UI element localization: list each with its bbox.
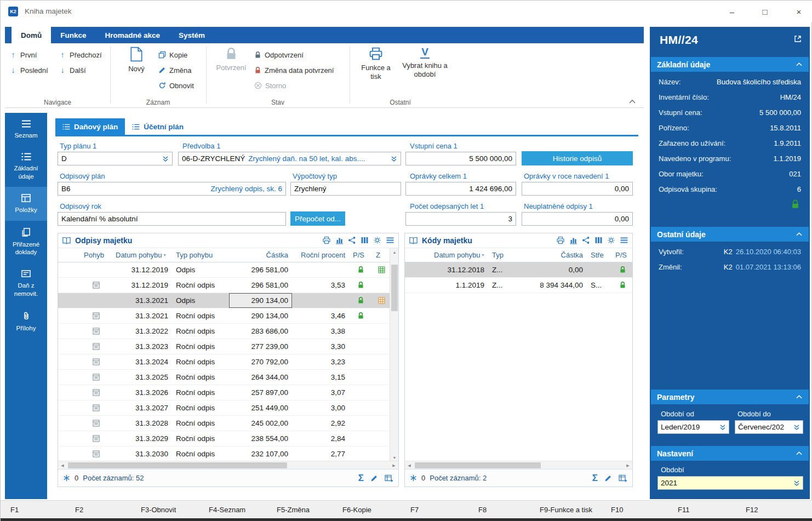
- table-row[interactable]: 31.3.2028 Roční odpis 245 002,00 2,92: [58, 416, 398, 431]
- table-row[interactable]: 31.3.2022 Roční odpis 283 686,00 3,38: [58, 324, 398, 339]
- minimize-button[interactable]: –: [719, 1, 745, 22]
- scroll-left-arrow[interactable]: ◀: [405, 461, 414, 470]
- combo-chevron-icon[interactable]: [719, 424, 726, 431]
- collapse-ribbon-icon[interactable]: [628, 99, 636, 104]
- fkey-f12[interactable]: F12: [746, 506, 758, 514]
- tab-danovy-plan[interactable]: Daňový plán: [55, 118, 125, 135]
- open-external-icon[interactable]: [793, 35, 802, 43]
- settings-gear-icon[interactable]: [373, 236, 381, 244]
- sidebar-item-prirazene-doklady[interactable]: Přiřazené doklady: [5, 221, 47, 263]
- combo-chevron-icon[interactable]: [391, 156, 397, 162]
- pencil-icon[interactable]: [604, 474, 612, 482]
- scrollbar-thumb[interactable]: [391, 265, 398, 311]
- table-row[interactable]: 31.3.2024 Roční odpis 270 792,00 3,23: [58, 354, 398, 370]
- close-button[interactable]: ×: [785, 1, 812, 22]
- fkey-f7[interactable]: F7: [410, 506, 419, 514]
- section-zakladni-udaje[interactable]: Základní údaje: [651, 57, 809, 72]
- col-z[interactable]: Z: [372, 248, 391, 262]
- fkey-f6-kopie[interactable]: F6-Kopie: [342, 506, 371, 514]
- columns-icon[interactable]: [361, 236, 369, 244]
- menu-icon[interactable]: [620, 237, 628, 244]
- filter-star-icon[interactable]: [63, 474, 70, 482]
- horizontal-scrollbar[interactable]: ◀ ▶: [58, 461, 398, 469]
- col-datum[interactable]: Datum pohybu▾: [112, 248, 172, 262]
- filter-star-icon[interactable]: [410, 474, 417, 482]
- scroll-right-arrow[interactable]: ▶: [624, 461, 632, 470]
- section-ostatni-udaje[interactable]: Ostatní údaje: [651, 227, 809, 242]
- col-datum[interactable]: Datum pohybu▾: [430, 248, 488, 262]
- first-record-button[interactable]: ↑První: [9, 49, 37, 61]
- table-row[interactable]: 31.3.2026 Roční odpis 257 897,00 3,07: [58, 385, 398, 400]
- change-confirm-date-button[interactable]: Změna data potvrzení: [254, 64, 334, 76]
- change-button[interactable]: Změna: [158, 64, 191, 76]
- combo-chevron-icon[interactable]: [793, 424, 800, 431]
- obdobi-input[interactable]: 2021: [657, 476, 803, 490]
- sidebar-item-zakladni-udaje[interactable]: Základní údaje: [5, 146, 47, 187]
- col-castka[interactable]: Částka: [510, 248, 587, 262]
- table-add-icon[interactable]: [619, 474, 627, 482]
- scroll-up-arrow[interactable]: ▲: [390, 248, 399, 256]
- chevron-up-icon[interactable]: [796, 451, 803, 456]
- tab-domu[interactable]: Domů: [12, 27, 51, 43]
- col-typ[interactable]: Typ pohybu: [172, 248, 229, 262]
- cell-castka-focused[interactable]: 290 134,00: [229, 293, 292, 308]
- vstupni-cena-input[interactable]: 5 500 000,00: [405, 152, 516, 165]
- odpisovy-rok-input[interactable]: Kalendářní % absolutní: [58, 212, 286, 226]
- previous-record-button[interactable]: ↑Předchozí: [59, 49, 102, 61]
- neuplatnene-input[interactable]: 0,00: [522, 212, 633, 226]
- select-book-period-button[interactable]: V Vybrat knihu a období: [402, 47, 448, 79]
- functions-print-button[interactable]: Funkce a tisk: [356, 47, 396, 82]
- odpisovy-plan-input[interactable]: B6 Zrychlený odpis, sk. 6: [58, 182, 286, 196]
- sidebar-item-dan-z-nemovitosti[interactable]: Daň z nemovit.: [5, 262, 47, 304]
- col-procent[interactable]: Roční procent: [292, 248, 349, 262]
- fkey-f10[interactable]: F10: [611, 506, 623, 514]
- vertical-scrollbar[interactable]: ▲ ▼: [390, 248, 398, 462]
- fkey-f3-obnovit[interactable]: F3-Obnovit: [141, 506, 176, 514]
- maximize-button[interactable]: □: [752, 1, 777, 22]
- tab-ucetni-plan[interactable]: Účetní plán: [125, 118, 191, 135]
- sum-icon[interactable]: Σ: [592, 473, 598, 483]
- table-row[interactable]: 31.3.2027 Roční odpis 251 449,00 3,00: [58, 400, 398, 416]
- scroll-right-arrow[interactable]: ▶: [390, 461, 398, 470]
- fkey-f8[interactable]: F8: [478, 506, 487, 514]
- fkey-f4-seznam[interactable]: F4-Seznam: [209, 506, 245, 514]
- col-castka[interactable]: Částka: [229, 248, 292, 262]
- combo-chevron-icon[interactable]: [162, 156, 169, 162]
- historie-odpisu-button[interactable]: Historie odpisů: [522, 151, 633, 165]
- typ-planu-input[interactable]: D: [58, 152, 173, 165]
- vypoctovy-typ-input[interactable]: Zrychlený: [290, 182, 401, 196]
- col-stredisko[interactable]: Stře: [587, 248, 611, 262]
- opravky-naved-input[interactable]: 0,00: [522, 182, 633, 196]
- section-nastaveni[interactable]: Nastavení: [651, 446, 809, 461]
- tab-funkce[interactable]: Funkce: [51, 27, 95, 43]
- table-row[interactable]: 31.3.2030 Roční odpis 232 107,00 2,77: [58, 446, 398, 461]
- horizontal-scrollbar[interactable]: ◀ ▶: [405, 461, 632, 469]
- col-typ[interactable]: Typ: [488, 248, 510, 262]
- fkey-f9-funkce-tisk[interactable]: F9-Funkce a tisk: [540, 506, 592, 514]
- fkey-f5-zmena[interactable]: F5-Změna: [277, 506, 310, 514]
- table-row[interactable]: 31.3.2023 Roční odpis 277 239,00 3,30: [58, 339, 398, 354]
- prepocet-button[interactable]: Přepočet od...: [290, 211, 345, 226]
- columns-icon[interactable]: [594, 236, 603, 244]
- unconfirm-button[interactable]: Odpotvrzení: [254, 49, 304, 61]
- tab-system[interactable]: Systém: [169, 27, 214, 43]
- table-add-icon[interactable]: [385, 474, 393, 482]
- table-row-selected[interactable]: 31.12.2018 Z... 0,00: [405, 262, 632, 278]
- copy-button[interactable]: Kopie: [158, 49, 187, 61]
- last-record-button[interactable]: ↓Poslední: [9, 64, 48, 76]
- fkey-f1[interactable]: F1: [10, 506, 19, 514]
- scrollbar-thumb[interactable]: [68, 462, 287, 468]
- scroll-left-arrow[interactable]: ◀: [58, 461, 67, 470]
- section-parametry[interactable]: Parametry: [651, 390, 809, 404]
- chart-icon[interactable]: [335, 236, 344, 244]
- sidebar-item-polozky[interactable]: Položky: [5, 187, 47, 220]
- refresh-button[interactable]: Obnovit: [158, 79, 194, 91]
- chart-icon[interactable]: [569, 236, 577, 244]
- pencil-icon[interactable]: [370, 474, 378, 482]
- obdobi-od-input[interactable]: Leden/2019: [657, 420, 729, 434]
- sidebar-item-prilohy[interactable]: Přílohy: [5, 304, 47, 339]
- obdobi-do-input[interactable]: Červenec/202: [735, 420, 803, 434]
- chevron-up-icon[interactable]: [796, 394, 803, 399]
- table-row[interactable]: 31.12.2019 Roční odpis 296 581,00 3,53: [58, 278, 398, 293]
- share-icon[interactable]: [582, 236, 590, 244]
